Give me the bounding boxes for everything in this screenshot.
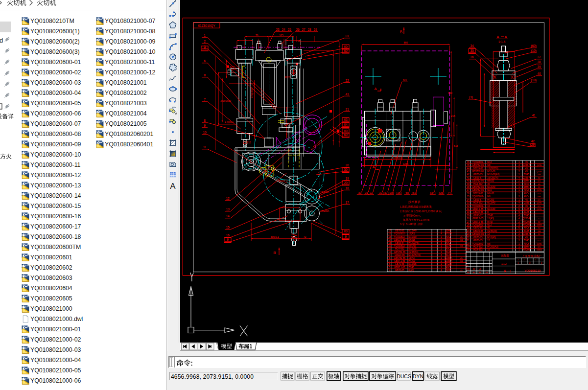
svg-text:A: A — [230, 66, 232, 69]
svg-text:40Cr: 40Cr — [524, 227, 529, 229]
svg-text:00: 00 — [344, 45, 348, 48]
svg-text:M12: M12 — [487, 224, 492, 226]
svg-text:34: 34 — [470, 44, 474, 47]
svg-text:HT200(45): HT200(45) — [408, 242, 419, 244]
svg-text:16(GB276): 16(GB276) — [487, 177, 498, 179]
svg-text:31: 31 — [467, 208, 470, 210]
svg-text:A: A — [170, 182, 176, 189]
svg-text:4.6/200A: 4.6/200A — [320, 191, 329, 193]
svg-text:36: 36 — [470, 55, 474, 59]
svg-text:0.5: 0.5 — [538, 180, 541, 182]
svg-text:GB: GB — [538, 195, 541, 198]
svg-text:GB70-85: GB70-85 — [395, 269, 404, 272]
svg-text:GB70-85: GB70-85 — [473, 239, 483, 242]
svg-text:b2: b2 — [473, 271, 475, 274]
svg-text:21: 21 — [467, 239, 470, 242]
svg-text:1: 1 — [518, 192, 520, 195]
svg-text:7: 7 — [204, 98, 206, 101]
svg-text:Q235-A: Q235-A — [445, 260, 453, 262]
svg-text:0.5: 0.5 — [538, 199, 541, 201]
svg-text:GB70-85: GB70-85 — [395, 229, 404, 232]
svg-text:8: 8 — [204, 73, 206, 77]
svg-text:Q235: Q235 — [523, 202, 529, 204]
svg-text:DYN: DYN — [413, 373, 423, 379]
svg-text:46: 46 — [467, 161, 470, 163]
svg-text:17: 17 — [345, 201, 349, 204]
svg-text:45: 45 — [525, 199, 528, 201]
svg-text:1: 1 — [518, 249, 520, 251]
svg-text:GB119-86: GB119-86 — [473, 192, 483, 195]
svg-text:35: 35 — [470, 49, 474, 52]
svg-text:25: 25 — [467, 227, 470, 229]
svg-text:16: 16 — [388, 232, 391, 235]
svg-text:R1/2: R1/2 — [285, 76, 290, 79]
svg-text:36: 36 — [467, 192, 470, 195]
svg-text:60: 60 — [405, 191, 409, 194]
svg-text:11: 11 — [203, 145, 207, 149]
svg-text:M10x30: M10x30 — [487, 170, 495, 173]
svg-text:R1/2: R1/2 — [279, 180, 284, 183]
svg-text:65Mn: 65Mn — [523, 246, 529, 248]
svg-text:1: 1 — [518, 189, 520, 191]
svg-text:YQ010802-: YQ010802- — [394, 232, 405, 235]
svg-text:1: 1 — [518, 161, 520, 163]
svg-text:29: 29 — [313, 28, 317, 31]
svg-text:0.5: 0.5 — [538, 205, 541, 207]
svg-text:24: 24 — [467, 230, 470, 232]
svg-text:YQ010802-: YQ010802- — [394, 245, 405, 247]
svg-text:72: 72 — [304, 235, 306, 238]
svg-text:4: 4 — [518, 214, 520, 217]
svg-text:21: 21 — [345, 108, 349, 111]
svg-text:1: 1 — [441, 263, 442, 265]
svg-text:M8: M8 — [487, 164, 491, 166]
svg-text:3: 3 — [441, 242, 442, 244]
svg-text:19: 19 — [345, 177, 349, 180]
svg-text:HG4-692: HG4-692 — [473, 183, 483, 185]
svg-text:B: B — [273, 251, 276, 255]
svg-text:M12x40: M12x40 — [487, 186, 495, 188]
svg-text:40Cr: 40Cr — [524, 243, 529, 245]
svg-text:HG4-692: HG4-692 — [473, 249, 483, 251]
svg-text:M10x30: M10x30 — [408, 236, 417, 238]
svg-text:7: 7 — [389, 260, 390, 262]
svg-text:05: 05 — [486, 271, 488, 274]
svg-text:1: 1 — [518, 199, 520, 201]
svg-text:Q235-A: Q235-A — [522, 164, 531, 166]
svg-text:29: 29 — [467, 214, 470, 217]
svg-text:40Cr: 40Cr — [446, 266, 451, 269]
svg-text:60: 60 — [344, 49, 348, 52]
svg-text:03: 03 — [344, 118, 348, 121]
svg-text:GB93-87: GB93-87 — [395, 242, 404, 244]
svg-text:6: 6 — [204, 59, 206, 63]
svg-text:27: 27 — [467, 221, 470, 223]
svg-text:300:0.1: 300:0.1 — [271, 235, 279, 238]
svg-text:33: 33 — [379, 191, 382, 194]
svg-text:GB70-85: GB70-85 — [473, 173, 483, 176]
svg-text:2: 2 — [441, 239, 442, 241]
svg-text:4.3/200A: 4.3/200A — [320, 210, 329, 212]
svg-text:27: 27 — [302, 28, 306, 31]
svg-text:c: c — [535, 258, 536, 261]
svg-text:Q235-A: Q235-A — [445, 257, 453, 259]
svg-text:d: d — [0, 37, 3, 44]
svg-text:Q235-A: Q235-A — [522, 233, 531, 235]
svg-text:(10): (10) — [531, 78, 537, 82]
svg-text:38: 38 — [537, 60, 541, 64]
svg-text:HT200: HT200 — [523, 224, 530, 226]
svg-text:12(A3): 12(A3) — [487, 217, 494, 220]
svg-text:22: 22 — [345, 79, 349, 82]
svg-text:26: 26 — [296, 28, 300, 31]
svg-text:05: 05 — [467, 271, 470, 274]
svg-text:1: 1 — [518, 183, 520, 185]
svg-text:1236: 1236 — [403, 162, 408, 165]
svg-text:Q235: Q235 — [446, 269, 451, 272]
svg-text:24: 24 — [282, 28, 285, 31]
svg-text:15: 15 — [226, 226, 230, 229]
svg-text:1: 1 — [441, 266, 442, 269]
svg-text:1:1.5: 1:1.5 — [498, 40, 506, 44]
svg-text:(10): (10) — [531, 49, 537, 53]
svg-text:8: 8 — [389, 257, 390, 259]
svg-text:16: 16 — [226, 233, 230, 237]
svg-text:3: 3 — [518, 236, 520, 239]
svg-text:HT200: HT200 — [487, 199, 494, 201]
